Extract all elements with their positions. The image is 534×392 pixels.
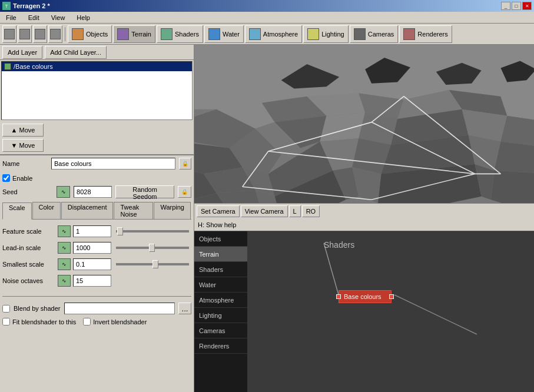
menu-bar: File Edit View Help [0, 12, 534, 24]
tab-warping[interactable]: Warping [154, 202, 191, 219]
feature-scale-row: Feature scale ∿ [2, 225, 191, 237]
seed-label: Seed [2, 188, 53, 195]
svg-marker-31 [494, 141, 534, 174]
blend-input[interactable] [64, 303, 175, 314]
move-buttons-container: ▲ Move ▼ Move [0, 121, 194, 154]
enable-label: Enable [12, 175, 32, 182]
toolbar-icon-2[interactable] [18, 25, 32, 43]
smallest-scale-row: Smallest scale ∿ [2, 258, 191, 270]
menu-edit[interactable]: Edit [25, 13, 43, 22]
base-colours-node[interactable]: Base colours [339, 290, 392, 303]
cameras-button[interactable]: Cameras [350, 25, 399, 43]
name-input[interactable] [51, 158, 175, 170]
menu-help[interactable]: Help [73, 13, 94, 22]
view-camera-button[interactable]: View Camera [241, 205, 288, 217]
app-icon: T [2, 2, 11, 10]
random-seed-button[interactable]: Random Seedom [115, 185, 174, 198]
node-help-bar: H: Show help [194, 218, 534, 231]
blend-checkbox[interactable] [2, 305, 10, 313]
blend-label: Blend by shader [14, 305, 61, 312]
seed-input[interactable] [74, 186, 112, 198]
node-connections-svg [247, 231, 534, 392]
svg-line-51 [324, 243, 339, 295]
scale-content: Feature scale ∿ Lead-in scale ∿ [2, 223, 191, 294]
sidebar-item-shaders[interactable]: Shaders [194, 262, 247, 277]
menu-view[interactable]: View [48, 13, 69, 22]
smallest-scale-input[interactable] [73, 258, 111, 270]
feature-scale-input[interactable] [73, 225, 111, 237]
lead-in-scale-slider[interactable] [116, 247, 189, 249]
invert-blendshader-checkbox[interactable] [83, 318, 91, 325]
node-canvas: Shaders Base colours [247, 231, 534, 392]
sidebar-item-water[interactable]: Water [194, 277, 247, 293]
layer-item[interactable]: /Base colours [2, 62, 192, 71]
add-child-layer-button[interactable]: Add Child Layer... [45, 46, 107, 59]
shaders-button[interactable]: Shaders [157, 25, 203, 43]
water-button[interactable]: Water [204, 25, 244, 43]
lighting-icon [307, 28, 319, 40]
smallest-scale-icon: ∿ [58, 258, 71, 270]
close-button[interactable]: ✕ [522, 2, 532, 10]
invert-blendshader-label: Invert blendshader [93, 318, 147, 325]
add-layer-button[interactable]: Add Layer [2, 46, 42, 59]
sidebar-item-cameras[interactable]: Cameras [194, 323, 247, 338]
fit-blendshader-label: Fit blendshader to this [12, 318, 76, 325]
layer-icon [4, 63, 11, 70]
blend-button[interactable]: ... [178, 303, 191, 314]
L-button[interactable]: L [289, 205, 301, 217]
name-lock-button[interactable]: 🔒 [179, 158, 191, 170]
toolbar-icon-1[interactable] [2, 25, 16, 43]
sidebar-item-objects[interactable]: Objects [194, 231, 247, 247]
menu-file[interactable]: File [2, 13, 20, 22]
seed-row: Seed ∿ Random Seedom 🔒 [2, 185, 191, 198]
window-title: Terragen 2 * [13, 2, 50, 9]
move-up-button[interactable]: ▲ Move [2, 124, 44, 137]
noise-octaves-input[interactable] [73, 275, 111, 287]
tab-bar: Scale Color Displacement Tweak Noise War… [2, 202, 191, 220]
renderers-button[interactable]: Renderers [399, 25, 452, 43]
noise-octaves-label: Noise octaves [2, 277, 55, 284]
name-row: Name 🔒 [2, 158, 191, 170]
node-label-text: Base colours [344, 293, 382, 300]
noise-octaves-icon: ∿ [58, 275, 71, 287]
left-panel: Add Layer Add Child Layer... /Base colou… [0, 45, 194, 392]
tab-color[interactable]: Color [32, 202, 61, 219]
tab-displacement[interactable]: Displacement [61, 202, 114, 219]
tab-tweak-noise[interactable]: Tweak Noise [114, 202, 153, 219]
minimize-button[interactable]: _ [501, 2, 510, 10]
smallest-scale-thumb[interactable] [152, 260, 158, 268]
toolbar-icon-4[interactable] [48, 25, 62, 43]
objects-button[interactable]: Objects [68, 25, 112, 43]
move-down-button[interactable]: ▼ Move [2, 139, 44, 152]
feature-scale-slider[interactable] [116, 230, 189, 232]
terrain-svg [194, 45, 534, 218]
feature-scale-thumb[interactable] [117, 227, 123, 235]
lighting-button[interactable]: Lighting [303, 25, 349, 43]
tab-scale[interactable]: Scale [2, 202, 32, 220]
smallest-scale-slider[interactable] [116, 263, 189, 265]
lead-in-scale-thumb[interactable] [149, 244, 155, 252]
atmosphere-icon [249, 28, 261, 40]
svg-line-52 [394, 295, 477, 334]
name-label: Name [2, 160, 48, 167]
seed-lock-button[interactable]: 🔒 [178, 186, 191, 198]
enable-checkbox[interactable] [2, 174, 10, 182]
toolbar-icon-3[interactable] [33, 25, 47, 43]
terrain-button[interactable]: Terrain [113, 25, 155, 43]
sidebar-item-atmosphere[interactable]: Atmosphere [194, 293, 247, 308]
maximize-button[interactable]: □ [512, 2, 521, 10]
title-bar: T Terragen 2 * _ □ ✕ [0, 0, 534, 12]
sidebar-item-terrain[interactable]: Terrain [194, 247, 247, 262]
set-camera-button[interactable]: Set Camera [197, 205, 240, 217]
svg-marker-18 [320, 112, 365, 141]
RO-button[interactable]: RO [302, 205, 320, 217]
smallest-scale-label: Smallest scale [2, 261, 55, 268]
blend-by-shader-row: Blend by shader ... [2, 300, 191, 317]
fit-blendshader-checkbox[interactable] [2, 318, 10, 325]
sidebar-item-lighting[interactable]: Lighting [194, 308, 247, 323]
lead-in-scale-input[interactable] [73, 242, 111, 254]
node-input-connector [336, 294, 341, 299]
sidebar-item-renderers[interactable]: Renderers [194, 338, 247, 354]
lead-in-scale-icon: ∿ [58, 242, 71, 254]
atmosphere-button[interactable]: Atmosphere [245, 25, 302, 43]
